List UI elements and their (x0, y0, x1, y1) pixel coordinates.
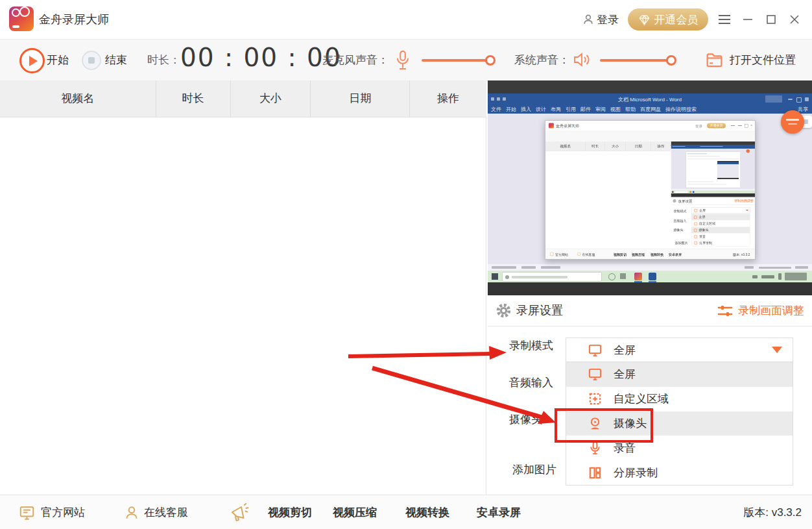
hamburger-icon (718, 14, 731, 25)
mode-field-label: 录制模式 (509, 338, 553, 353)
app-title: 金舟录屏大师 (39, 0, 109, 39)
website-monitor-icon (18, 504, 36, 521)
megaphone-icon (228, 503, 249, 523)
titlebar: 金舟录屏大师 登录 开通会员 (0, 0, 812, 40)
column-header-name: 视频名 (0, 80, 156, 117)
settings-title: 录屏设置 (516, 295, 563, 326)
stop-record-button[interactable] (82, 51, 101, 70)
microphone-icon (394, 49, 411, 71)
login-label: 登录 (597, 12, 619, 27)
dropdown-option-camera[interactable]: 摄像头 (566, 412, 793, 436)
stop-icon (88, 57, 95, 64)
preview-bottom-strip (488, 282, 812, 295)
maximize-icon (765, 14, 777, 25)
gear-icon (496, 302, 512, 319)
dropdown-option-audio-record[interactable]: 录音 (566, 436, 793, 460)
word-window-menubar: 文件开始插入设计布局引用邮件审阅视图帮助百度网盘操作说明搜索 共享 (488, 105, 812, 114)
audio-input-field-label: 音频输入 (509, 375, 553, 390)
settings-header: 录屏设置 录制画面调整 (488, 295, 812, 326)
mode-dropdown-select[interactable]: 全屏 (566, 338, 793, 362)
duration-label: 时长： (147, 40, 180, 80)
record-toolbar: 开始 结束 时长： 00 : 00 : 00 麦克风声音： 系统声音： 打开文件… (0, 40, 812, 81)
video-cut-link[interactable]: 视频剪切 (268, 495, 312, 529)
dropdown-option-custom-region[interactable]: 自定义区域 (566, 387, 793, 412)
close-icon (789, 14, 800, 25)
system-volume-label: 系统声音： (514, 40, 569, 80)
settings-panel: 录屏设置 录制画面调整 录制模式 音频输入 摄像头 添加图片 全屏 全屏 (488, 295, 812, 495)
column-header-date: 日期 (310, 80, 409, 117)
dropdown-option-split-screen[interactable]: 分屏录制 (566, 460, 793, 485)
chevron-down-icon (772, 347, 782, 353)
word-statusbar (488, 264, 812, 271)
webcam-icon (588, 416, 603, 431)
open-file-location-label: 打开文件位置 (730, 53, 796, 68)
dropdown-option-fullscreen[interactable]: 全屏 (566, 362, 793, 387)
minimize-icon (742, 14, 754, 25)
open-file-location-button[interactable]: 打开文件位置 (705, 40, 796, 80)
vip-label: 开通会员 (654, 12, 699, 27)
mode-dropdown-list: 全屏 自定义区域 摄像头 录音 分屏录制 (566, 362, 793, 486)
maximize-button[interactable] (763, 0, 780, 39)
duration-timer: 00 : 00 : 00 (180, 43, 342, 72)
support-person-icon (123, 504, 140, 521)
menu-button[interactable] (716, 0, 733, 39)
app-window: 金舟录屏大师 登录 开通会员 开始 结束 时长： 00 : 00 : 00 麦克 (0, 0, 812, 529)
android-record-link[interactable]: 安卓录屏 (477, 495, 521, 529)
video-table-body (0, 117, 486, 495)
desktop-taskbar (488, 271, 812, 282)
custom-region-icon (588, 391, 603, 406)
version-label: 版本: v3.3.2 (743, 495, 802, 529)
official-website-link[interactable]: 官方网站 (41, 495, 85, 529)
online-support-link[interactable]: 在线客服 (144, 495, 188, 529)
start-record-button[interactable] (19, 48, 45, 73)
word-window-title: 文档 Microsoft Word - Word (488, 96, 812, 103)
column-header-duration: 时长 (156, 80, 230, 117)
word-share-label: 共享 (798, 106, 808, 113)
sliders-icon (717, 304, 733, 318)
monitor-icon (588, 343, 603, 358)
adjust-recording-frame-button[interactable]: 录制画面调整 (717, 295, 804, 326)
start-label: 开始 (47, 40, 69, 80)
recording-preview-image: 文档 Microsoft Word - Word 文件开始插入设计布局引用邮件审… (488, 80, 812, 295)
minimize-button[interactable] (739, 0, 756, 39)
monitor-icon (588, 367, 603, 382)
mic-volume-label: 麦克风声音： (322, 40, 388, 80)
adjust-recording-frame-label: 录制画面调整 (738, 303, 804, 318)
system-volume-slider[interactable] (600, 59, 673, 62)
mic-icon (588, 441, 603, 456)
camera-field-label: 摄像头 (509, 412, 542, 427)
close-button[interactable] (786, 0, 803, 39)
mini-app-logo-icon (549, 123, 554, 129)
mic-volume-slider[interactable] (422, 59, 493, 62)
app-logo-icon (9, 6, 34, 31)
mic-volume-knob[interactable] (485, 55, 496, 66)
folder-icon (705, 51, 724, 69)
mini-app-window: 金舟录屏大师 登录 开通会员 × 开始 结束 时长： 00 : 00 : 00 … (545, 120, 756, 260)
vip-button[interactable]: 开通会员 (628, 8, 708, 31)
split-screen-icon (588, 465, 603, 480)
gem-icon (638, 14, 651, 26)
speaker-icon (572, 51, 591, 69)
column-header-actions: 操作 (409, 80, 486, 117)
video-table-header: 视频名 时长 大小 日期 操作 (0, 80, 486, 117)
add-image-field-label: 添加图片 (512, 462, 556, 477)
mode-dropdown-value: 全屏 (614, 343, 636, 358)
user-icon (582, 13, 595, 26)
login-button[interactable]: 登录 (582, 0, 619, 39)
play-icon (29, 56, 38, 66)
word-window-titlebar: 文档 Microsoft Word - Word (488, 93, 812, 105)
mini-app-title: 金舟录屏大师 (556, 121, 579, 130)
video-compress-link[interactable]: 视频压缩 (333, 495, 377, 529)
stop-label: 结束 (105, 40, 127, 80)
mini-vip-button: 开通会员 (707, 123, 726, 129)
video-convert-link[interactable]: 视频转换 (405, 495, 449, 529)
mini-preview-panel: 录屏设置 录制画面调整 录制模式 音频输入 摄像头 添加图片 全屏 全屏 自定义… (671, 141, 756, 249)
footer-bar: 官方网站 在线客服 视频剪切 视频压缩 视频转换 安卓录屏 版本: v3.3.2 (0, 495, 812, 529)
mini-recorder-badge (781, 110, 804, 134)
preview-top-strip (488, 80, 812, 93)
system-volume-knob[interactable] (666, 55, 676, 66)
column-header-size: 大小 (230, 80, 311, 117)
